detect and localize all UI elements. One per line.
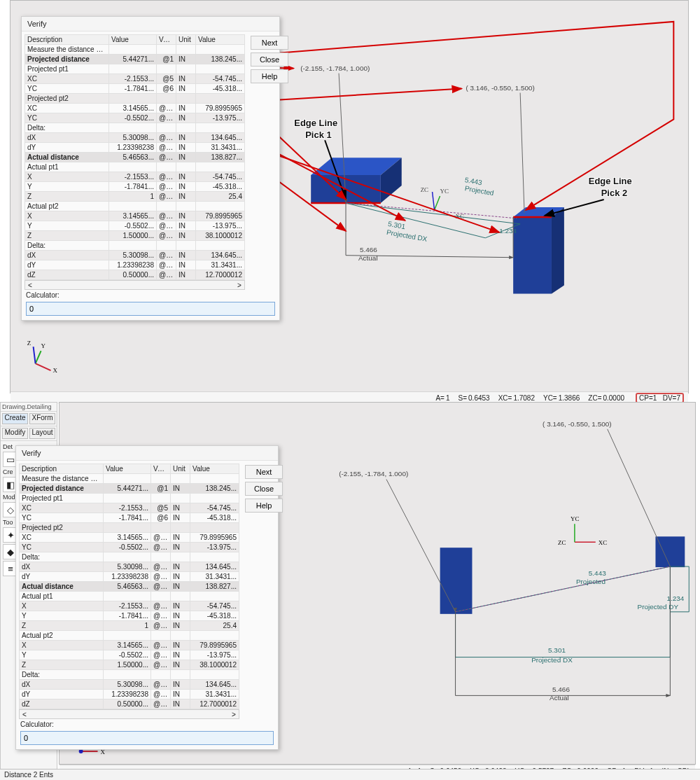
table-row[interactable]: Z1@27IN25.4: [25, 192, 245, 202]
table-row[interactable]: Y-0.5502...@34IN-13.975...: [25, 221, 245, 231]
model-axes-icon: XC YC ZC: [558, 515, 607, 546]
table-row[interactable]: YC-1.7841...@6IN-45.318...: [20, 513, 239, 523]
next-button[interactable]: Next: [251, 36, 288, 50]
table-row[interactable]: Z1.50000...@35IN38.1000012: [25, 231, 245, 241]
svg-text:( 3.146, -0.550, 1.500): ( 3.146, -0.550, 1.500): [465, 84, 535, 92]
verify-panel-top[interactable]: Verify DescriptionValueVar...UnitValue M…: [21, 16, 280, 321]
tab-layout[interactable]: Layout: [29, 428, 55, 439]
table-row[interactable]: Projected distance5.44271...@1IN138.245.…: [25, 55, 245, 64]
scroll-left-icon[interactable]: <: [20, 711, 29, 718]
table-row[interactable]: dX5.30098...@17IN134.645...: [25, 133, 245, 143]
table-row[interactable]: Delta:: [25, 241, 245, 251]
table-row[interactable]: Projected pt2: [20, 523, 239, 533]
table-row[interactable]: Delta:: [25, 123, 245, 133]
svg-text:( 3.146, -0.550, 1.500): ( 3.146, -0.550, 1.500): [542, 420, 612, 428]
table-row[interactable]: Actual distance5.46563...@21IN138.827...: [25, 153, 245, 162]
panel-title: Verify: [22, 17, 279, 32]
column-header[interactable]: Unit: [171, 464, 190, 474]
column-header[interactable]: Var...: [151, 464, 171, 474]
table-row[interactable]: Actual distance5.46563...@21IN138.827...: [20, 582, 239, 592]
next-button[interactable]: Next: [245, 465, 283, 479]
table-row[interactable]: Z1.50000...@35IN38.1000012: [20, 660, 239, 670]
tab-modify[interactable]: Modify: [2, 428, 28, 439]
table-row[interactable]: Actual pt2: [25, 202, 245, 211]
svg-text:5.466: 5.466: [360, 246, 377, 253]
table-row[interactable]: XC-2.1553...@5IN-54.745...: [25, 74, 245, 84]
svg-text:1.234: 1.234: [666, 594, 684, 602]
calculator-label: Calculator:: [16, 719, 278, 730]
table-row[interactable]: dY1.23398238@42IN31.3431...: [20, 690, 239, 699]
help-button[interactable]: Help: [251, 69, 288, 83]
svg-text:Projected DY: Projected DY: [638, 603, 679, 611]
svg-line-0: [36, 363, 51, 370]
svg-text:Edge Line: Edge Line: [294, 118, 337, 128]
table-row[interactable]: Delta:: [20, 670, 239, 680]
table-row[interactable]: dX5.30098...@41IN134.645...: [25, 251, 245, 260]
table-row[interactable]: dZ0.50000...@43IN12.7000012: [20, 699, 239, 709]
table-row[interactable]: Actual pt1: [25, 162, 245, 172]
table-row[interactable]: Actual pt2: [20, 631, 239, 641]
table-row[interactable]: XC3.14565...@11IN79.8995965: [25, 104, 245, 113]
table-row[interactable]: dX5.30098...@17IN134.645...: [20, 562, 239, 572]
svg-text:5.466: 5.466: [552, 685, 570, 693]
table-row[interactable]: X3.14565...@33IN79.8995965: [25, 211, 245, 221]
table-row[interactable]: Projected pt1: [25, 64, 245, 74]
table-row[interactable]: dX5.30098...@41IN134.645...: [20, 680, 239, 690]
table-row[interactable]: Measure the distance bet...: [25, 45, 245, 55]
svg-text:Z: Z: [27, 340, 31, 347]
svg-text:Pick 2: Pick 2: [601, 188, 627, 198]
help-button[interactable]: Help: [245, 499, 283, 513]
horizontal-scrollbar[interactable]: < >: [19, 709, 239, 719]
svg-text:Actual: Actual: [550, 694, 569, 702]
table-row[interactable]: Measure the distance bet...: [20, 474, 239, 484]
table-row[interactable]: Projected distance5.44271...@1IN138.245.…: [20, 484, 239, 494]
column-header[interactable]: Var...: [157, 35, 176, 45]
table-row[interactable]: Actual pt1: [20, 592, 239, 601]
verify-table[interactable]: DescriptionValueVar...UnitValue Measure …: [19, 464, 239, 709]
column-header[interactable]: Value: [104, 464, 151, 474]
verify-table[interactable]: DescriptionValueVar...UnitValue Measure …: [24, 34, 245, 280]
table-row[interactable]: Z1@27IN25.4: [20, 621, 239, 631]
table-row[interactable]: dY1.23398238@18IN31.3431...: [25, 143, 245, 153]
table-row[interactable]: YC-0.5502...@12IN-13.975...: [20, 543, 239, 552]
table-row[interactable]: X-2.1553...@25IN-54.745...: [25, 172, 245, 182]
table-row[interactable]: dY1.23398238@18IN31.3431...: [20, 572, 239, 582]
close-button[interactable]: Close: [245, 482, 283, 496]
column-header[interactable]: Value: [190, 464, 239, 474]
tab-xform[interactable]: XForm: [29, 413, 55, 424]
panel-title: Verify: [16, 446, 278, 461]
table-row[interactable]: X-2.1553...@25IN-54.745...: [20, 601, 239, 611]
table-row[interactable]: YC-1.7841...@6IN-45.318...: [25, 84, 245, 94]
svg-line-54: [386, 480, 456, 612]
table-row[interactable]: Y-1.7841...@26IN-45.318...: [25, 182, 245, 192]
svg-text:Edge Line: Edge Line: [589, 176, 632, 186]
table-row[interactable]: XC3.14565...@11IN79.8995965: [20, 533, 239, 543]
column-header[interactable]: Unit: [176, 35, 196, 45]
table-row[interactable]: dZ0.50000...@43IN12.7000012: [25, 270, 245, 280]
svg-text:XC: XC: [598, 539, 607, 546]
column-header[interactable]: Value: [196, 35, 245, 45]
calculator-input[interactable]: [20, 731, 274, 745]
calculator-input[interactable]: [26, 302, 275, 316]
table-row[interactable]: X3.14565...@33IN79.8995965: [20, 641, 239, 650]
table-row[interactable]: Y-1.7841...@26IN-45.318...: [20, 611, 239, 621]
svg-text:(-2.155, -1.784, 1.000): (-2.155, -1.784, 1.000): [339, 470, 408, 478]
close-button[interactable]: Close: [251, 53, 288, 67]
svg-text:1.234: 1.234: [499, 227, 517, 235]
table-row[interactable]: Projected pt2: [25, 94, 245, 104]
scroll-right-icon[interactable]: >: [234, 281, 244, 289]
horizontal-scrollbar[interactable]: < >: [24, 280, 245, 290]
column-header[interactable]: Value: [109, 35, 157, 45]
scroll-right-icon[interactable]: >: [229, 711, 239, 718]
table-row[interactable]: Projected pt1: [20, 494, 239, 503]
table-row[interactable]: Y-0.5502...@34IN-13.975...: [20, 650, 239, 660]
column-header[interactable]: Description: [25, 35, 109, 45]
table-row[interactable]: dY1.23398238@42IN31.3431...: [25, 260, 245, 270]
verify-panel-bottom[interactable]: Verify DescriptionValueVar...UnitValue M…: [15, 445, 279, 750]
tab-create[interactable]: Create: [2, 413, 28, 424]
scroll-left-icon[interactable]: <: [25, 281, 35, 289]
column-header[interactable]: Description: [20, 464, 104, 474]
table-row[interactable]: Delta:: [20, 552, 239, 562]
table-row[interactable]: YC-0.5502...@12IN-13.975...: [25, 113, 245, 123]
table-row[interactable]: XC-2.1553...@5IN-54.745...: [20, 503, 239, 513]
